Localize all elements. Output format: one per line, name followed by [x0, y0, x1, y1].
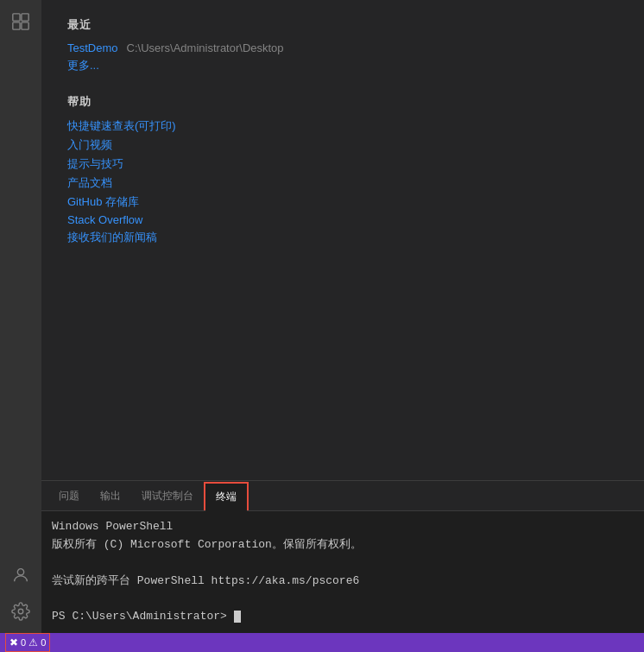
- svg-point-4: [17, 569, 23, 575]
- github-link[interactable]: GitHub 存储库: [67, 194, 618, 210]
- svg-rect-2: [13, 22, 20, 29]
- warning-icon: ⚠: [28, 636, 38, 649]
- error-count: 0: [21, 637, 26, 648]
- warning-count: 0: [41, 637, 46, 648]
- tab-problems[interactable]: 问题: [48, 481, 90, 511]
- error-icon: ✖: [9, 636, 18, 649]
- account-icon[interactable]: [6, 560, 35, 590]
- svg-rect-1: [22, 14, 28, 21]
- newsletter-link[interactable]: 接收我们的新闻稿: [67, 230, 618, 245]
- intro-video-link[interactable]: 入门视频: [67, 137, 618, 153]
- tab-terminal[interactable]: 终端: [204, 482, 249, 510]
- recent-title: 最近: [67, 17, 618, 33]
- tips-link[interactable]: 提示与技巧: [67, 156, 618, 172]
- activity-bar-bottom: [6, 560, 35, 633]
- recent-project-name[interactable]: TestDemo: [67, 41, 118, 54]
- tab-debug-console[interactable]: 调试控制台: [131, 481, 204, 511]
- terminal-line-3: [52, 554, 634, 573]
- terminal-line-1: Windows PowerShell: [52, 518, 634, 536]
- stackoverflow-link[interactable]: Stack Overflow: [67, 213, 618, 226]
- terminal-line-5: [52, 590, 634, 608]
- tab-output[interactable]: 输出: [90, 481, 131, 511]
- svg-rect-0: [13, 14, 20, 21]
- recent-section: 最近 TestDemo C:\Users\Administrator\Deskt…: [67, 17, 618, 73]
- docs-link[interactable]: 产品文档: [67, 175, 618, 191]
- terminal-prompt: PS C:\Users\Administrator>: [52, 608, 634, 626]
- help-title: 帮助: [67, 94, 618, 110]
- svg-point-5: [18, 609, 23, 614]
- terminal-cursor: [234, 611, 241, 623]
- terminal-panel: 问题 输出 调试控制台 终端 Windows PowerShell 版权所有 (…: [41, 480, 644, 633]
- status-bar: ✖ 0 ⚠ 0: [0, 633, 644, 652]
- terminal-line-4: 尝试新的跨平台 PowerShell https://aka.ms/pscore…: [52, 573, 634, 591]
- panel-tabs: 问题 输出 调试控制台 终端: [41, 481, 644, 511]
- welcome-panel: 最近 TestDemo C:\Users\Administrator\Deskt…: [41, 0, 644, 480]
- extensions-icon[interactable]: [6, 7, 35, 36]
- more-link[interactable]: 更多...: [67, 58, 618, 73]
- content-area: 最近 TestDemo C:\Users\Administrator\Deskt…: [41, 0, 644, 633]
- shortcut-link[interactable]: 快捷键速查表(可打印): [67, 118, 618, 134]
- terminal-line-2: 版权所有 (C) Microsoft Corporation。保留所有权利。: [52, 536, 634, 554]
- settings-icon[interactable]: [6, 597, 35, 626]
- help-section: 帮助 快捷键速查表(可打印) 入门视频 提示与技巧 产品文档 GitHub 存储…: [67, 94, 618, 245]
- main-area: 最近 TestDemo C:\Users\Administrator\Deskt…: [0, 0, 644, 633]
- status-errors[interactable]: ✖ 0 ⚠ 0: [5, 633, 50, 652]
- activity-bar: [0, 0, 41, 633]
- recent-item: TestDemo C:\Users\Administrator\Desktop: [67, 41, 618, 54]
- terminal-content[interactable]: Windows PowerShell 版权所有 (C) Microsoft Co…: [41, 511, 644, 633]
- svg-rect-3: [22, 22, 28, 29]
- recent-project-path: C:\Users\Administrator\Desktop: [127, 41, 284, 54]
